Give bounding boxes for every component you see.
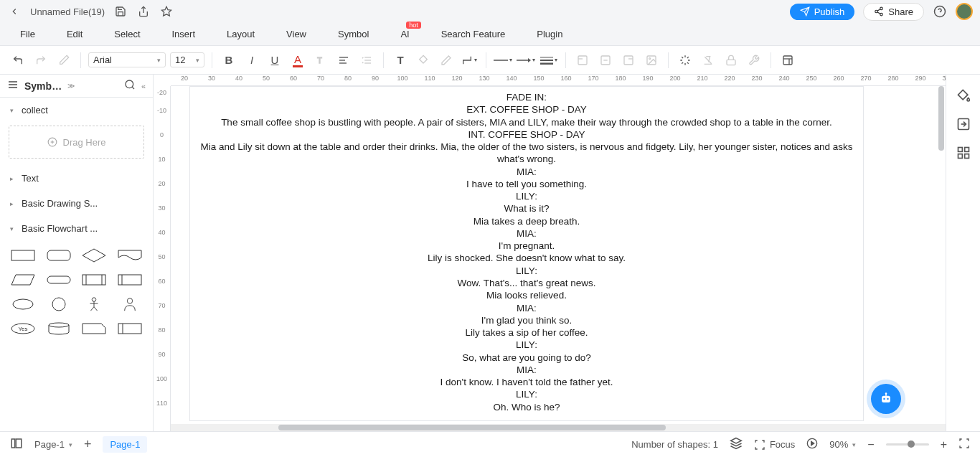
shape-subprocess[interactable] bbox=[79, 270, 110, 290]
menu-insert[interactable]: Insert bbox=[172, 29, 196, 39]
chevron-down-icon[interactable]: ≫ bbox=[67, 82, 75, 90]
menu-symbol[interactable]: Symbol bbox=[338, 29, 369, 39]
shape-actor[interactable] bbox=[79, 294, 110, 314]
drag-here-zone[interactable]: Drag Here bbox=[9, 126, 144, 159]
vertical-scrollbar[interactable] bbox=[938, 86, 944, 359]
menu-ai[interactable]: AIhot bbox=[400, 29, 409, 39]
shape-diamond[interactable] bbox=[79, 245, 110, 265]
doc-line[interactable]: I don't know. I haven't told the father … bbox=[199, 376, 854, 388]
image-center-icon[interactable] bbox=[596, 51, 615, 70]
sidebar-cat-basic-flowchart[interactable]: ▾Basic Flowchart ... bbox=[0, 216, 153, 241]
doc-line[interactable]: FADE IN: bbox=[199, 91, 854, 103]
image-left-icon[interactable] bbox=[573, 51, 592, 70]
canvas-area[interactable]: 2030405060708090100110120130140150160170… bbox=[154, 75, 946, 431]
doc-line[interactable]: I'm pregnant. bbox=[199, 240, 854, 252]
shape-card[interactable] bbox=[79, 319, 110, 339]
document-page[interactable]: FADE IN:EXT. COFFEE SHOP - DAYThe small … bbox=[189, 86, 864, 421]
lock-icon[interactable] bbox=[722, 51, 740, 70]
back-icon[interactable] bbox=[7, 4, 22, 19]
doc-line[interactable]: I'm glad you think so. bbox=[199, 314, 854, 326]
doc-line[interactable]: MIA: bbox=[199, 166, 854, 178]
underline-icon[interactable]: U bbox=[265, 51, 284, 70]
doc-line[interactable]: INT. COFFEE SHOP - DAY bbox=[199, 128, 854, 141]
menu-edit[interactable]: Edit bbox=[67, 29, 83, 39]
menu-file[interactable]: File bbox=[20, 29, 35, 39]
format-painter-icon[interactable] bbox=[55, 51, 73, 70]
shape-storage[interactable] bbox=[114, 319, 146, 339]
publish-button[interactable]: Publish bbox=[790, 4, 855, 20]
shape-rounded-rect[interactable] bbox=[43, 245, 75, 265]
shape-ellipse[interactable] bbox=[7, 294, 39, 314]
help-icon[interactable] bbox=[933, 4, 947, 19]
redo-icon[interactable] bbox=[32, 51, 50, 70]
text-height-icon[interactable]: T bbox=[311, 51, 330, 70]
doc-line[interactable]: MIA: bbox=[199, 364, 854, 376]
zoom-slider[interactable] bbox=[886, 443, 929, 446]
doc-line[interactable]: LILY: bbox=[199, 388, 854, 400]
connector-icon[interactable]: ▾ bbox=[460, 51, 479, 70]
clear-format-icon[interactable] bbox=[699, 51, 717, 70]
avatar[interactable] bbox=[956, 3, 973, 20]
shape-user[interactable] bbox=[114, 294, 146, 314]
save-icon[interactable] bbox=[113, 4, 128, 19]
menu-view[interactable]: View bbox=[286, 29, 306, 39]
shape-cylinder[interactable] bbox=[43, 319, 75, 339]
grid-icon[interactable] bbox=[956, 145, 971, 161]
align-left-icon[interactable] bbox=[334, 51, 353, 70]
line-weight-icon[interactable]: ▾ bbox=[540, 51, 558, 70]
font-dropdown[interactable]: Arial▾ bbox=[88, 52, 166, 67]
layers-icon[interactable] bbox=[730, 437, 743, 452]
doc-line[interactable]: Mia looks relieved. bbox=[199, 289, 854, 301]
shape-subprocess2[interactable] bbox=[114, 270, 146, 290]
doc-line[interactable]: Wow. That's... that's great news. bbox=[199, 277, 854, 289]
star-icon[interactable] bbox=[159, 4, 174, 19]
tools-icon[interactable] bbox=[745, 51, 763, 70]
bold-icon[interactable]: B bbox=[220, 51, 238, 70]
paint-bucket-icon[interactable] bbox=[956, 88, 971, 103]
sidebar-cat-basic-drawing[interactable]: ▸Basic Drawing S... bbox=[0, 191, 153, 216]
zoom-in-icon[interactable]: + bbox=[941, 438, 947, 451]
text-tool-icon[interactable]: T bbox=[391, 51, 410, 70]
doc-line[interactable]: So, what are you going to do? bbox=[199, 352, 854, 364]
italic-icon[interactable]: I bbox=[242, 51, 261, 70]
doc-line[interactable]: MIA: bbox=[199, 302, 854, 314]
page-list-dropdown[interactable]: Page-1▾ bbox=[34, 439, 72, 450]
doc-line[interactable]: The small coffee shop is bustling with p… bbox=[199, 116, 854, 128]
doc-line[interactable]: What is it? bbox=[199, 202, 854, 215]
sidebar-cat-collect[interactable]: ▾collect bbox=[0, 98, 153, 123]
image-right-icon[interactable] bbox=[619, 51, 638, 70]
horizontal-scrollbar[interactable] bbox=[171, 424, 946, 431]
undo-icon[interactable] bbox=[9, 51, 27, 70]
focus-toggle[interactable]: Focus bbox=[754, 439, 795, 451]
doc-line[interactable]: Lily takes a sip of her coffee. bbox=[199, 326, 854, 339]
fullscreen-icon[interactable] bbox=[958, 438, 970, 451]
ai-assistant-fab[interactable] bbox=[871, 384, 901, 414]
line-style-icon[interactable]: ▾ bbox=[494, 51, 512, 70]
doc-line[interactable]: LILY: bbox=[199, 265, 854, 277]
page-tab-1[interactable]: Page-1 bbox=[103, 436, 147, 453]
shape-rectangle[interactable] bbox=[7, 245, 39, 265]
doc-line[interactable]: Mia and Lily sit down at the table and o… bbox=[199, 141, 854, 166]
doc-line[interactable]: I have to tell you something. bbox=[199, 178, 854, 190]
fill-icon[interactable] bbox=[414, 51, 433, 70]
shape-circle[interactable] bbox=[43, 294, 75, 314]
doc-line[interactable]: Oh. Who is he? bbox=[199, 401, 854, 413]
pencil-icon[interactable] bbox=[437, 51, 456, 70]
share-button[interactable]: Share bbox=[863, 3, 924, 21]
zoom-dropdown[interactable]: 90%▾ bbox=[829, 439, 856, 450]
page-list-icon[interactable] bbox=[10, 437, 23, 452]
doc-line[interactable]: Lily is shocked. She doesn't know what t… bbox=[199, 252, 854, 264]
line-spacing-icon[interactable] bbox=[357, 51, 376, 70]
doc-line[interactable]: LILY: bbox=[199, 190, 854, 202]
shape-document[interactable] bbox=[114, 245, 146, 265]
menu-plugin[interactable]: Plugin bbox=[537, 29, 562, 39]
add-page-button[interactable]: + bbox=[84, 437, 92, 452]
doc-line[interactable]: EXT. COFFEE SHOP - DAY bbox=[199, 103, 854, 116]
zoom-out-icon[interactable]: − bbox=[867, 438, 874, 451]
collapse-icon[interactable]: « bbox=[141, 82, 146, 90]
doc-line[interactable]: LILY: bbox=[199, 339, 854, 351]
shape-yes-pill[interactable]: Yes bbox=[7, 319, 39, 339]
shape-stadium[interactable] bbox=[43, 270, 75, 290]
export-icon[interactable] bbox=[136, 4, 151, 19]
insert-image-icon[interactable] bbox=[642, 51, 661, 70]
